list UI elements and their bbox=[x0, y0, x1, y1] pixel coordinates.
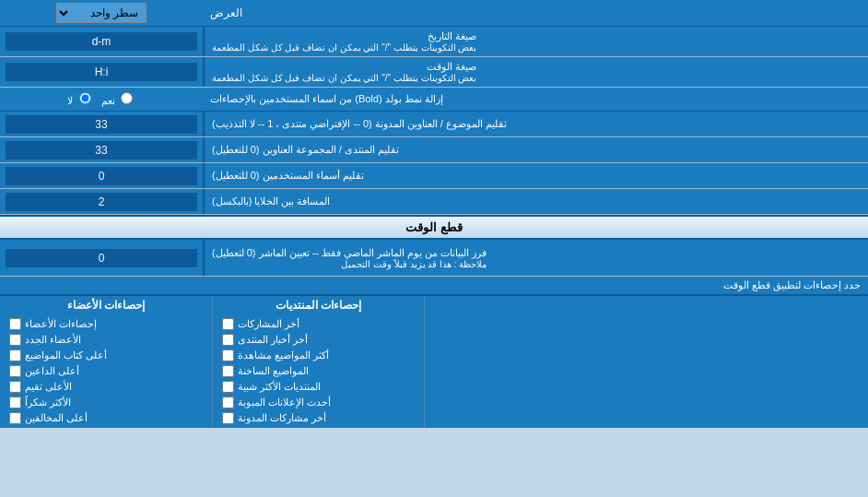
date-format-input[interactable] bbox=[6, 32, 197, 51]
posts-checkbox-item-1: أخر أخبار المنتدى bbox=[220, 333, 416, 347]
posts-checkbox-4[interactable] bbox=[222, 381, 234, 393]
cutoff-input[interactable] bbox=[6, 249, 197, 267]
posts-checkbox-item-6: أخر مشاركات المدونة bbox=[220, 411, 416, 425]
forum-trim-input-area[interactable] bbox=[0, 137, 203, 162]
cutoff-section-title: قطع الوقت bbox=[0, 215, 868, 240]
members-checkbox-item-3: أعلى الداعين bbox=[7, 364, 205, 378]
username-trim-input[interactable] bbox=[6, 167, 197, 185]
display-label: العرض bbox=[203, 0, 868, 26]
username-trim-input-area[interactable] bbox=[0, 163, 203, 188]
cutoff-input-area[interactable] bbox=[0, 240, 203, 276]
topic-order-input[interactable] bbox=[6, 115, 197, 134]
posts-checkbox-1[interactable] bbox=[222, 334, 234, 346]
time-format-input[interactable] bbox=[6, 63, 197, 81]
members-checkbox-item-4: الأعلى تقيم bbox=[7, 380, 205, 394]
time-format-input-area[interactable] bbox=[0, 57, 203, 87]
posts-col-header: إحصاءات المنتديات bbox=[212, 296, 424, 314]
date-format-input-area[interactable] bbox=[0, 27, 203, 56]
posts-checkbox-item-2: أكثر المواضيع مشاهدة bbox=[220, 349, 416, 362]
cell-gap-input[interactable] bbox=[6, 193, 197, 211]
cell-gap-label: المسافة بين الخلايا (بالبكسل) bbox=[203, 189, 868, 214]
members-col-header: إحصاءات الأعضاء bbox=[0, 296, 212, 314]
members-checkbox-4[interactable] bbox=[9, 381, 21, 393]
members-checkbox-1[interactable] bbox=[9, 334, 21, 346]
bold-yes-radio[interactable] bbox=[121, 92, 133, 104]
members-checkbox-item-1: الأعضاء الجدد bbox=[7, 333, 205, 347]
posts-checkbox-item-0: أخر المشاركات bbox=[220, 317, 416, 331]
display-mode-area[interactable]: سطر واحد متعدد الأسطر bbox=[0, 0, 203, 26]
posts-checkbox-item-3: المواضيع الساخنة bbox=[220, 364, 416, 378]
bold-no-label: لا bbox=[67, 92, 93, 107]
posts-checkbox-item-4: المنتديات الأكثر شبية bbox=[220, 380, 416, 394]
members-checkbox-5[interactable] bbox=[9, 396, 21, 408]
forum-trim-input[interactable] bbox=[6, 141, 197, 160]
posts-checkbox-item-5: أحدث الإعلانات المبوبة bbox=[220, 396, 416, 409]
display-mode-select[interactable]: سطر واحد متعدد الأسطر bbox=[56, 3, 147, 23]
bold-label: إزالة نمط بولد (Bold) من اسماء المستخدمي… bbox=[203, 88, 868, 111]
posts-checkbox-3[interactable] bbox=[222, 365, 234, 377]
topic-order-input-area[interactable] bbox=[0, 112, 203, 136]
members-checkbox-item-6: أعلى المخالفين bbox=[7, 411, 205, 425]
members-checkbox-item-0: إحصاءات الأعضاء bbox=[7, 317, 205, 331]
bold-radio-area[interactable]: نعم لا bbox=[0, 88, 203, 111]
posts-checkbox-6[interactable] bbox=[222, 412, 234, 424]
time-format-label: صيغة الوقت بعض التكوينات يتطلب "/" التي … bbox=[203, 57, 868, 87]
members-checkbox-item-2: أعلى كتاب المواضيع bbox=[7, 349, 205, 362]
posts-checkbox-5[interactable] bbox=[222, 396, 234, 408]
limit-row: حدد إحصاءات لتطبيق قطع الوقت bbox=[0, 277, 868, 295]
members-checkbox-0[interactable] bbox=[9, 318, 21, 330]
limit-label: حدد إحصاءات لتطبيق قطع الوقت bbox=[7, 279, 861, 291]
forum-trim-label: تقليم المنتدى / المجموعة العناوين (0 للت… bbox=[203, 137, 868, 162]
date-format-label: صيغة التاريخ بعض التكوينات يتطلب "/" الت… bbox=[203, 27, 868, 56]
username-trim-label: تقليم أسماء المستخدمين (0 للتعطيل) bbox=[203, 163, 868, 188]
members-checkbox-6[interactable] bbox=[9, 412, 21, 424]
cell-gap-input-area[interactable] bbox=[0, 189, 203, 214]
members-checkbox-item-5: الأكثر شكراً bbox=[7, 396, 205, 409]
cutoff-label: فرز البيانات من يوم الماشر الماضي فقط --… bbox=[203, 240, 868, 276]
topic-order-label: تقليم الموضوع / العناوين المدونة (0 -- ا… bbox=[203, 112, 868, 136]
posts-checkbox-2[interactable] bbox=[222, 349, 234, 361]
posts-checkbox-0[interactable] bbox=[222, 318, 234, 330]
bold-no-radio[interactable] bbox=[79, 92, 91, 104]
bold-yes-label: نعم bbox=[101, 92, 135, 107]
members-checkbox-2[interactable] bbox=[9, 349, 21, 361]
members-checkbox-3[interactable] bbox=[9, 365, 21, 377]
